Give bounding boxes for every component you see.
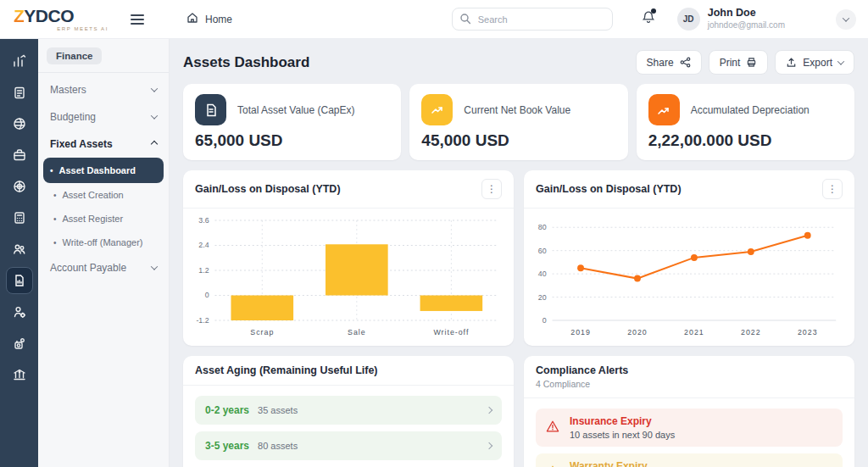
svg-text:2021: 2021 <box>684 328 704 336</box>
stat-value: 65,000 USD <box>195 131 389 150</box>
global-search <box>452 8 613 31</box>
trend-line-icon <box>421 94 453 125</box>
chevron-right-icon <box>486 407 492 414</box>
brand-z: Z <box>14 6 24 25</box>
stat-value: 45,000 USD <box>421 131 615 150</box>
line-chart-card: Gain/Loss on Disposal (YTD) ⋮ 0204060802… <box>524 170 854 346</box>
breadcrumb-home-label: Home <box>205 14 232 25</box>
stat-card-net-book-value: Current Net Book Value 45,000 USD <box>409 84 627 160</box>
brand-logo[interactable]: ZYDCO ERP MEETS AI <box>14 7 108 31</box>
sidebar-item-account-payable[interactable]: Account Payable <box>47 254 160 281</box>
share-icon <box>680 57 691 68</box>
aging-range: 3-5 years <box>205 440 249 452</box>
user-info: John Doe johndoe@gmail.com <box>708 7 785 31</box>
home-icon <box>186 12 198 26</box>
chevron-down-icon <box>151 263 158 270</box>
sidebar-item-write-off-manager[interactable]: Write-off (Manager) <box>47 231 160 254</box>
sidebar-item-label: Budgeting <box>50 111 96 123</box>
alert-title: Insurance Expiry <box>570 415 675 427</box>
aging-count: 80 assets <box>258 441 298 451</box>
module-rail <box>0 39 38 467</box>
chevron-up-icon <box>151 141 158 147</box>
aging-row-0-2-years[interactable]: 0-2 years 35 assets <box>195 396 502 425</box>
export-icon <box>786 57 797 68</box>
aging-count: 35 assets <box>258 405 298 415</box>
svg-text:Scrap: Scrap <box>250 328 274 336</box>
svg-text:2023: 2023 <box>798 328 818 336</box>
rail-globe-operations-icon[interactable] <box>6 173 33 200</box>
chevron-down-icon <box>151 85 158 92</box>
svg-text:Sale: Sale <box>348 328 366 336</box>
user-menu-button[interactable] <box>836 9 856 30</box>
notification-dot <box>651 8 656 14</box>
svg-text:20: 20 <box>538 292 547 301</box>
sidebar-item-asset-dashboard[interactable]: Asset Dashboard <box>43 158 164 183</box>
rail-team-icon[interactable] <box>6 236 33 263</box>
rail-analytics-icon[interactable] <box>6 47 33 75</box>
chevron-right-icon <box>486 442 492 449</box>
alert-insurance-expiry[interactable]: Insurance Expiry 10 assets in next 90 da… <box>536 409 843 447</box>
rail-user-settings-icon[interactable] <box>6 298 33 325</box>
sidebar-item-budgeting[interactable]: Budgeting <box>47 103 160 131</box>
svg-text:0: 0 <box>542 316 547 325</box>
stat-label: Current Net Book Value <box>464 104 570 116</box>
brand-tagline: ERP MEETS AI <box>57 26 108 31</box>
search-input[interactable] <box>452 8 613 31</box>
svg-text:60: 60 <box>538 247 547 255</box>
sidebar-item-masters[interactable]: Masters <box>47 76 160 103</box>
export-button[interactable]: Export <box>775 50 854 75</box>
card-title: Asset Aging (Remaining Useful Life) <box>195 364 378 376</box>
kebab-menu-icon[interactable]: ⋮ <box>822 179 843 199</box>
top-header: ZYDCO ERP MEETS AI Home JD John Doe john… <box>0 0 868 39</box>
svg-text:2022: 2022 <box>741 328 761 336</box>
brand-wordmark: ZYDCO <box>14 7 108 25</box>
sidebar-item-fixed-assets[interactable]: Fixed Assets <box>47 131 160 158</box>
aging-row-3-5-years[interactable]: 3-5 years 80 assets <box>195 431 502 460</box>
card-title: Compliance Alerts <box>536 364 843 376</box>
stat-card-total-asset-value: Total Asset Value (CapEx) 65,000 USD <box>183 84 401 160</box>
rail-finance-documents-icon[interactable] <box>6 267 33 294</box>
warning-triangle-icon <box>546 420 559 436</box>
breadcrumb[interactable]: Home <box>186 12 232 26</box>
search-icon <box>459 13 471 28</box>
svg-text:2019: 2019 <box>570 328 591 336</box>
rail-institution-icon[interactable] <box>6 361 33 388</box>
sidebar-divider <box>38 72 169 73</box>
warning-triangle-icon <box>546 464 559 467</box>
module-badge: Finance <box>47 47 102 64</box>
alert-title: Warranty Expiry <box>570 460 681 467</box>
chart-title: Gain/Loss on Disposal (YTD) <box>536 183 682 195</box>
page-title: Assets Dashboard <box>183 54 309 71</box>
rail-logistics-icon[interactable] <box>6 110 33 137</box>
app-window: ZYDCO ERP MEETS AI Home JD John Doe john… <box>0 0 868 467</box>
chevron-down-icon <box>843 14 849 21</box>
alert-warranty-expiry[interactable]: Warranty Expiry 15 assets in next 6 mont… <box>536 453 843 467</box>
sidebar-item-label: Fixed Assets <box>50 138 113 150</box>
rail-calculator-accounting-icon[interactable] <box>6 204 33 231</box>
share-label: Share <box>647 57 674 69</box>
rail-user-assets-icon[interactable] <box>6 330 33 357</box>
print-button[interactable]: Print <box>709 50 769 75</box>
svg-text:80: 80 <box>538 223 547 231</box>
stat-label: Total Asset Value (CapEx) <box>237 104 355 116</box>
kebab-menu-icon[interactable]: ⋮ <box>481 179 502 199</box>
aging-range: 0-2 years <box>205 404 249 416</box>
avatar[interactable]: JD <box>677 8 700 31</box>
share-button[interactable]: Share <box>636 50 702 75</box>
svg-text:2.4: 2.4 <box>198 241 209 249</box>
card-subtitle: 4 Compliance <box>536 379 843 389</box>
chart-title: Gain/Loss on Disposal (YTD) <box>195 183 341 195</box>
sidebar-item-asset-register[interactable]: Asset Register <box>47 207 160 231</box>
chevron-down-icon <box>837 58 844 64</box>
alert-detail: 10 assets in next 90 days <box>570 430 675 440</box>
asset-aging-card: Asset Aging (Remaining Useful Life) 0-2 … <box>183 356 514 467</box>
svg-text:Write-off: Write-off <box>433 328 469 336</box>
finance-sidebar: Finance Masters Budgeting Fixed Assets A… <box>38 39 170 467</box>
sidebar-item-asset-creation[interactable]: Asset Creation <box>47 183 160 207</box>
menu-toggle-icon[interactable] <box>131 12 144 27</box>
notifications-button[interactable] <box>642 10 655 28</box>
export-label: Export <box>803 57 832 69</box>
rail-briefcase-icon[interactable] <box>6 142 33 169</box>
document-icon <box>195 94 226 125</box>
rail-clipboard-orders-icon[interactable] <box>6 79 33 106</box>
